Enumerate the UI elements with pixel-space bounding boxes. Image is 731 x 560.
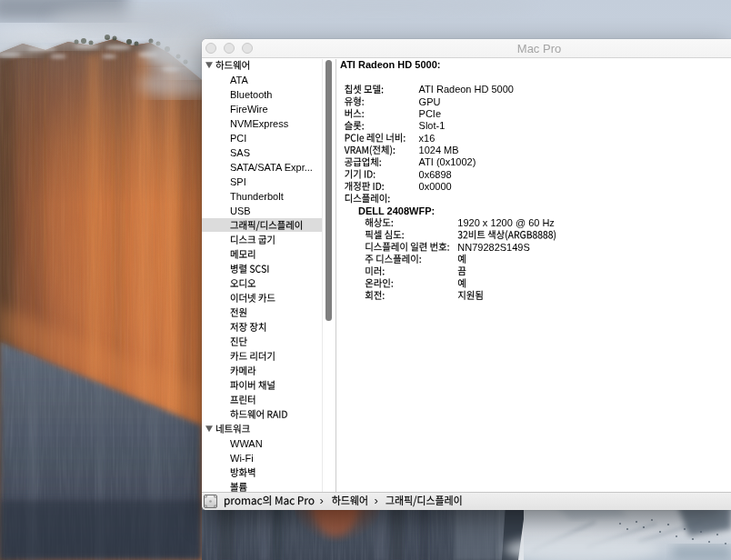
svg-text:WWAN: WWAN: [230, 438, 263, 449]
svg-text:SATA/SATA Expr...: SATA/SATA Expr...: [230, 162, 313, 173]
svg-text:Thunderbolt: Thunderbolt: [230, 191, 284, 202]
svg-text:GPU: GPU: [419, 96, 441, 107]
svg-text:ATI Radeon HD 5000:: ATI Radeon HD 5000:: [340, 59, 440, 70]
svg-text:DELL 2408WFP:: DELL 2408WFP:: [358, 205, 435, 216]
svg-text:SAS: SAS: [230, 147, 250, 158]
svg-text:1920 x 1200 @ 60 Hz: 1920 x 1200 @ 60 Hz: [457, 217, 555, 228]
svg-text:ATA: ATA: [230, 75, 248, 85]
svg-text:0x6898: 0x6898: [419, 169, 452, 180]
svg-text:ATI Radeon HD 5000: ATI Radeon HD 5000: [419, 84, 514, 95]
svg-text:SPI: SPI: [230, 176, 246, 187]
svg-text:NVMExpress: NVMExpress: [230, 118, 289, 129]
svg-text:›: ›: [375, 494, 378, 507]
svg-text:PCIe: PCIe: [419, 108, 441, 119]
svg-text:ATI (0x1002): ATI (0x1002): [419, 156, 476, 167]
svg-text:Slot-1: Slot-1: [419, 120, 446, 131]
svg-text:Bluetooth: Bluetooth: [230, 89, 272, 100]
svg-text:0x0000: 0x0000: [419, 181, 452, 192]
svg-text:PCI: PCI: [230, 133, 246, 144]
svg-text:›: ›: [320, 494, 324, 507]
svg-text:NN79282S149S: NN79282S149S: [457, 242, 530, 253]
svg-text:Wi-Fi: Wi-Fi: [230, 453, 254, 464]
svg-text:USB: USB: [230, 205, 251, 216]
svg-text:x16: x16: [419, 133, 436, 144]
svg-text:FireWire: FireWire: [230, 104, 268, 115]
svg-text:1024 MB: 1024 MB: [419, 145, 459, 155]
